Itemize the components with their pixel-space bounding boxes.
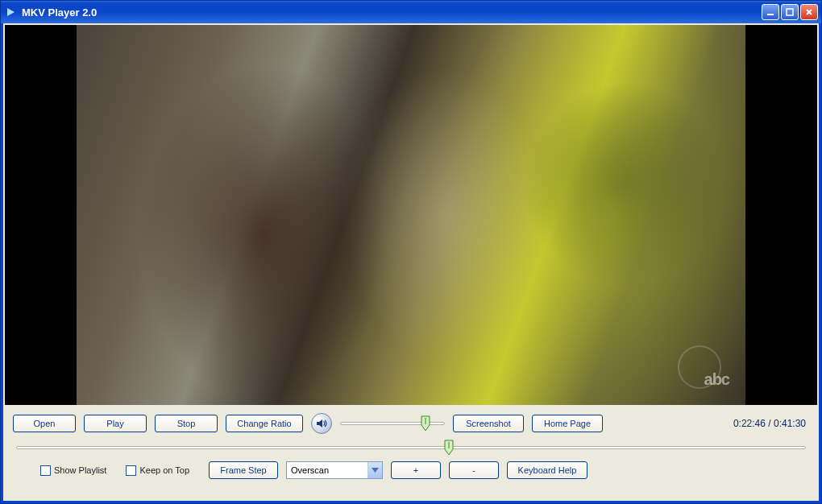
titlebar[interactable]: MKV Player 2.0 [1,1,821,23]
time-current: 0:22:46 [733,418,766,429]
seek-slider[interactable] [16,440,806,455]
content-area: abc Open Play Stop Change Ratio [1,23,821,503]
maximize-button[interactable] [781,4,799,20]
controls-row-3: Show Playlist Keep on Top Frame Step Ove… [13,461,809,479]
show-playlist-checkbox[interactable]: Show Playlist [40,465,106,476]
seek-track [16,446,806,449]
volume-slider[interactable] [340,416,445,431]
screenshot-button[interactable]: Screenshot [453,415,524,432]
video-frame[interactable]: abc [77,25,745,405]
play-button[interactable]: Play [84,415,147,432]
overscan-selected: Overscan [287,465,367,475]
time-display: 0:22:46 / 0:41:30 [733,418,809,429]
overscan-dropdown[interactable]: Overscan [286,461,383,479]
controls-row-seek [13,440,809,455]
frame-step-button[interactable]: Frame Step [209,461,278,479]
svg-marker-0 [7,8,15,16]
controls-panel: Open Play Stop Change Ratio [3,405,819,501]
close-button[interactable] [800,4,818,20]
controls-row-1: Open Play Stop Change Ratio [13,413,809,434]
keep-on-top-checkbox[interactable]: Keep on Top [126,465,189,476]
svg-rect-2 [787,9,793,15]
checkbox-box-icon [126,465,136,476]
keep-on-top-label: Keep on Top [139,465,189,475]
show-playlist-label: Show Playlist [54,465,106,475]
volume-icon[interactable] [311,413,332,434]
video-area[interactable]: abc [5,25,817,405]
home-page-button[interactable]: Home Page [532,415,603,432]
seek-thumb[interactable] [444,440,454,456]
svg-marker-5 [317,419,322,428]
network-watermark: abc [704,370,729,389]
volume-thumb[interactable] [421,415,430,432]
chevron-down-icon [367,462,382,478]
app-play-icon [4,6,17,19]
checkbox-box-icon [40,465,51,476]
open-button[interactable]: Open [13,415,76,432]
zoom-in-button[interactable]: + [391,461,441,479]
svg-rect-1 [767,14,774,15]
svg-marker-10 [372,468,379,473]
pillarbox-left [5,25,77,405]
app-window: MKV Player 2.0 abc Open Play [0,0,822,504]
time-total: 0:41:30 [774,418,806,429]
change-ratio-button[interactable]: Change Ratio [226,415,303,432]
window-buttons [762,4,818,20]
stop-button[interactable]: Stop [155,415,218,432]
keyboard-help-button[interactable]: Keyboard Help [507,461,587,479]
minimize-button[interactable] [762,4,779,20]
zoom-out-button[interactable]: - [449,461,499,479]
pillarbox-right [745,25,817,405]
time-separator: / [766,418,774,429]
window-title: MKV Player 2.0 [22,6,762,19]
